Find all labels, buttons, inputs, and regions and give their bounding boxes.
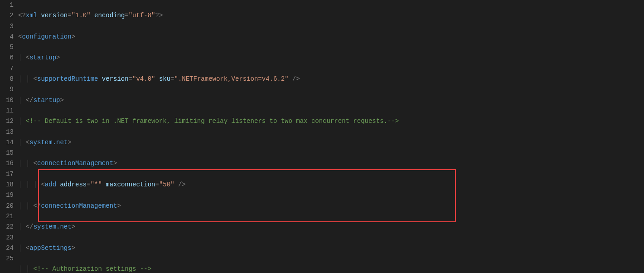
code-line[interactable]: │ <appSettings> [18, 243, 644, 253]
line-number: 25 [0, 253, 14, 264]
code-line[interactable]: │ │ │ <add address="*" maxconnection="50… [18, 180, 644, 190]
code-line[interactable]: │ <!-- Default is two in .NET framework,… [18, 116, 644, 127]
line-number: 3 [0, 21, 14, 32]
line-number: 12 [0, 116, 14, 127]
line-number: 23 [0, 233, 14, 243]
line-number: 9 [0, 84, 14, 95]
highlight-box [38, 169, 456, 222]
code-line[interactable]: │ │ </connectionManagement> [18, 201, 644, 211]
line-number: 13 [0, 127, 14, 137]
line-number: 19 [0, 190, 14, 200]
code-line[interactable]: <configuration> [18, 32, 644, 42]
code-line[interactable]: │ </startup> [18, 95, 644, 106]
line-number: 6 [0, 53, 14, 63]
code-line[interactable]: │ │ <!-- Authorization settings --> [18, 264, 644, 273]
line-number: 20 [0, 201, 14, 211]
line-number: 8 [0, 74, 14, 84]
code-area[interactable]: <?xml version="1.0" encoding="utf-8"?> <… [18, 0, 644, 273]
line-number: 10 [0, 95, 14, 106]
line-number: 22 [0, 222, 14, 232]
code-line[interactable]: │ │ <connectionManagement> [18, 158, 644, 169]
code-line[interactable]: │ <system.net> [18, 137, 644, 148]
line-number: 4 [0, 32, 14, 42]
line-number: 7 [0, 63, 14, 74]
code-line[interactable]: │ </system.net> [18, 222, 644, 232]
code-line[interactable]: │ <startup> [18, 53, 644, 63]
line-number: 15 [0, 148, 14, 158]
line-number: 2 [0, 10, 14, 21]
line-number: 18 [0, 180, 14, 190]
code-line[interactable]: │ │ <supportedRuntime version="v4.0" sku… [18, 74, 644, 84]
line-number: 5 [0, 42, 14, 53]
line-number: 21 [0, 211, 14, 222]
code-editor[interactable]: 1 2 3 4 5 6 7 8 9 10 11 12 13 14 15 16 1… [0, 0, 644, 273]
line-number: 14 [0, 137, 14, 148]
line-number: 17 [0, 169, 14, 180]
line-number: 24 [0, 243, 14, 253]
line-number: 16 [0, 158, 14, 169]
code-line[interactable]: <?xml version="1.0" encoding="utf-8"?> [18, 10, 644, 21]
line-number-gutter: 1 2 3 4 5 6 7 8 9 10 11 12 13 14 15 16 1… [0, 0, 18, 273]
line-number: 11 [0, 106, 14, 116]
line-number: 1 [0, 0, 14, 10]
